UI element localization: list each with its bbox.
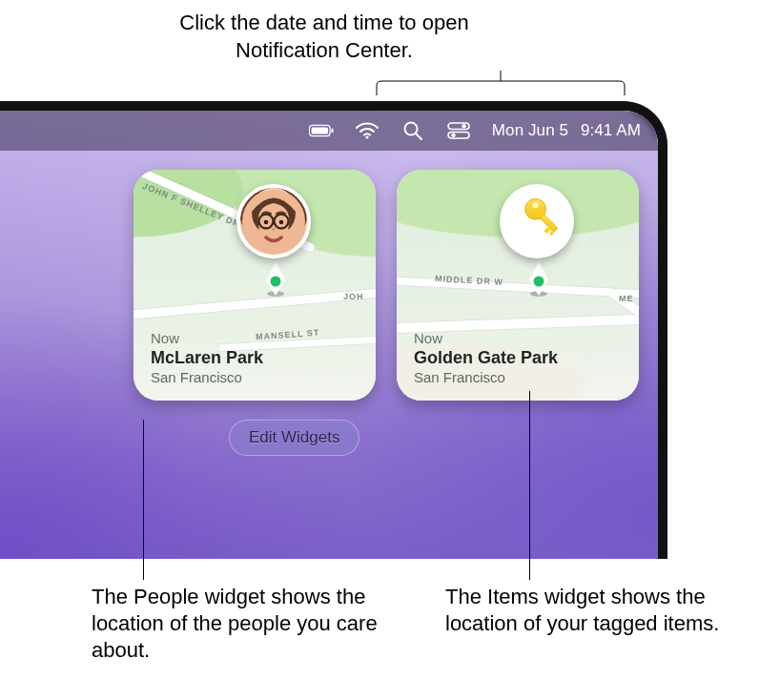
svg-line-5 <box>416 134 421 139</box>
location-pin <box>263 261 288 286</box>
widget-text-overlay: Now Golden Gate Park San Francisco <box>414 330 622 385</box>
edit-widgets-button[interactable]: Edit Widgets <box>229 420 359 456</box>
svg-point-3 <box>365 135 368 138</box>
svg-rect-1 <box>311 128 327 134</box>
callout-leader-right <box>529 391 530 580</box>
battery-icon[interactable] <box>309 118 334 143</box>
widget-now-label: Now <box>414 330 622 346</box>
find-my-items-widget[interactable]: MIDDLE DR W ME <box>397 170 639 401</box>
svg-point-11 <box>271 277 281 287</box>
svg-point-17 <box>279 220 284 225</box>
person-avatar <box>236 184 311 258</box>
callout-items-widget: The Items widget shows the location of y… <box>445 584 760 637</box>
callout-people-widget: The People widget shows the location of … <box>92 584 406 664</box>
svg-point-7 <box>462 124 465 128</box>
wifi-icon[interactable] <box>355 118 380 143</box>
street-label: ME <box>619 294 634 303</box>
search-icon[interactable] <box>400 118 425 143</box>
svg-rect-2 <box>331 129 333 133</box>
widget-location: Golden Gate Park <box>414 348 622 368</box>
svg-point-16 <box>264 220 269 225</box>
menu-bar: Mon Jun 5 9:41 AM <box>0 111 658 151</box>
menu-bar-time: 9:41 AM <box>581 121 641 140</box>
svg-rect-6 <box>448 123 469 130</box>
find-my-people-widget[interactable]: JOHN F SHELLEY DR JOH MANSELL ST <box>133 170 376 401</box>
menu-bar-datetime[interactable]: Mon Jun 5 9:41 AM <box>492 121 641 140</box>
menu-bar-date: Mon Jun 5 <box>492 121 568 140</box>
control-center-icon[interactable] <box>446 118 471 143</box>
mac-display-corner: Mon Jun 5 9:41 AM JOHN F SHELLEY DR JOH … <box>0 101 667 559</box>
svg-point-19 <box>534 277 544 287</box>
svg-rect-8 <box>448 133 469 139</box>
street-label: JOH <box>343 292 364 301</box>
widget-now-label: Now <box>151 330 359 346</box>
location-pin <box>526 261 551 286</box>
widget-city: San Francisco <box>414 369 622 385</box>
widget-text-overlay: Now McLaren Park San Francisco <box>151 330 359 385</box>
desktop-widgets: JOHN F SHELLEY DR JOH MANSELL ST <box>133 170 639 401</box>
callout-leader-left <box>143 420 144 580</box>
widget-location: McLaren Park <box>151 348 359 368</box>
item-key-icon <box>500 184 574 258</box>
callout-datetime: Click the date and time to open Notifica… <box>162 10 486 64</box>
widget-city: San Francisco <box>151 369 359 385</box>
svg-point-9 <box>451 134 455 137</box>
callout-datetime-bracket <box>377 71 625 101</box>
